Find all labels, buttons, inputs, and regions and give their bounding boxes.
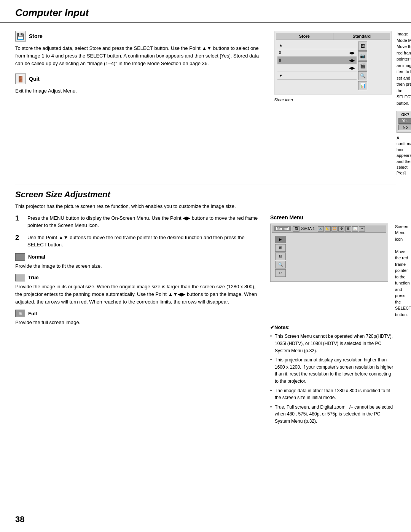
full-text: Provide the full screen image. — [15, 319, 259, 326]
quit-body-text: Exit the Image Adjust Menu. — [15, 87, 263, 95]
normal-icon — [15, 253, 25, 261]
screen-menu-items: ▶ ⊞ ⊟ 🔍 ↩ — [274, 234, 287, 278]
step-1: 1 Press the MENU button to display the O… — [15, 214, 259, 229]
quit-label: Quit — [29, 76, 40, 82]
store-icon-2: 📷 — [358, 51, 367, 61]
item-arrows: ◀▶ — [349, 66, 355, 70]
step-number-1: 1 — [15, 214, 24, 229]
store-section: 💾 Store To store the adjusted data, sele… — [15, 31, 396, 176]
store-icon-1: 🖼 — [358, 42, 367, 51]
screen-menu-diagram-wrapper: Normal 🖼 SVGA 1 🔊 📐 🔆 ⚙ 🖥 📊 ✏ — [270, 224, 388, 285]
section-divider — [15, 184, 396, 184]
store-icon-label: Store icon — [274, 97, 392, 102]
item-arrows: ◀▶ — [349, 51, 355, 55]
screen-menu-item-5: ↩ — [275, 269, 286, 277]
screen-menu-icon-label: Screen Menu icon — [395, 224, 408, 241]
smenu-icon-6: 📊 — [352, 226, 358, 232]
screen-menu-body: ▶ ⊞ ⊟ 🔍 ↩ — [272, 233, 386, 280]
store-icons-panel: 🖼 📷 🎬 🔍 📊 — [358, 42, 389, 91]
smenu-icon-5: 🖥 — [345, 226, 351, 232]
true-icon — [15, 274, 25, 281]
confirm-title: OK? — [398, 113, 411, 117]
note-item-2: This projector cannot display any resolu… — [270, 356, 396, 385]
quit-heading: 🚪 Quit — [15, 73, 263, 84]
page-title: Computer Input — [15, 7, 396, 19]
store-diagram-header: Store Standard — [276, 33, 390, 40]
item-num: 0 — [279, 51, 281, 55]
notes-title: ✔Notes: — [270, 324, 396, 331]
store-icon-3: 🎬 — [358, 61, 367, 70]
smenu-icons: 🔊 📐 🔆 ⚙ 🖥 📊 ✏ — [318, 226, 365, 232]
screen-menu-annotation-text: Move the red framepointer to the functio… — [395, 249, 411, 317]
item-arrows: ◀▶ — [349, 58, 355, 62]
no-button[interactable]: No — [398, 125, 411, 130]
standard-tab: Standard — [333, 33, 390, 40]
item-num: 8 — [279, 58, 281, 62]
smenu-svga: SVGA 1 — [301, 227, 315, 231]
notes-box: ✔Notes: This Screen Menu cannot be opera… — [270, 324, 396, 425]
full-icon-row: ⊞ Full — [15, 310, 259, 317]
down-arrow: ▼ — [279, 73, 283, 78]
list-item-selected: 8 ◀▶ — [277, 57, 357, 64]
smenu-icon-1: 🔊 — [318, 226, 324, 232]
store-label: Store — [29, 33, 43, 39]
note-item-1: This Screen Menu cannot be operated when… — [270, 333, 396, 354]
page-header: Computer Input — [0, 0, 411, 23]
col-right: Screen Menu Normal 🖼 SVGA 1 🔊 📐 🔆 — [270, 214, 396, 427]
store-icon-4: 🔍 — [358, 71, 367, 80]
store-list: ▲ 0 ◀▶ 8 ◀▶ — [277, 42, 357, 91]
store-diagram-box: Store Standard ▲ 0 ◀▶ — [274, 31, 392, 94]
screen-menu-item-1: ▶ — [275, 236, 286, 243]
yes-button[interactable]: Yes — [398, 118, 411, 124]
smenu-icon-7: ✏ — [359, 226, 365, 232]
step-text-2: Use the Point ▲▼ buttons to move the red… — [27, 234, 259, 249]
up-arrow: ▲ — [279, 43, 283, 47]
step-number-2: 2 — [15, 234, 24, 249]
col-left: 1 Press the MENU button to display the O… — [15, 214, 259, 427]
step-2: 2 Use the Point ▲▼ buttons to move the r… — [15, 234, 259, 249]
store-left: 💾 Store To store the adjusted data, sele… — [15, 31, 263, 176]
page-number: 38 — [15, 514, 24, 524]
smenu-icon-small: 🖼 — [293, 226, 299, 232]
store-tab: Store — [276, 33, 333, 40]
normal-label: Normal — [28, 254, 45, 260]
image-mode-annotation: Image Mode MenuMove the red framepointer… — [397, 31, 411, 106]
store-body-text: To store the adjusted data, select Store… — [15, 45, 263, 67]
list-item: ◀▶ — [277, 64, 357, 72]
true-subsection: True Provide the image in its original s… — [15, 274, 259, 306]
smenu-icon-4: ⚙ — [338, 226, 344, 232]
screen-size-intro: This projector has the picture screen re… — [15, 203, 396, 209]
screen-menu-top-bar: Normal 🖼 SVGA 1 🔊 📐 🔆 ⚙ 🖥 📊 ✏ — [272, 225, 386, 233]
confirm-box: OK? Yes No — [397, 111, 411, 133]
screen-size-title: Screen Size Adjustment — [15, 190, 396, 200]
store-icon-5: 📊 — [358, 81, 367, 90]
screen-menu-item-3: ⊟ — [275, 252, 286, 260]
screen-menu-wrapper: Normal 🖼 SVGA 1 🔊 📐 🔆 ⚙ 🖥 📊 ✏ — [270, 224, 396, 318]
normal-subsection: Normal Provide the image to fit the scre… — [15, 253, 259, 270]
full-icon: ⊞ — [15, 310, 25, 317]
screen-menu-item-4: 🔍 — [275, 261, 286, 268]
full-label: Full — [28, 311, 37, 316]
screen-menu-label: Screen Menu — [270, 214, 396, 220]
confirm-annotation: A confirmationbox appearsand then select… — [397, 135, 411, 176]
note-item-3: The image data in other than 1280 x 800 … — [270, 387, 396, 401]
list-item: 0 ◀▶ — [277, 49, 357, 57]
normal-text: Provide the image to fit the screen size… — [15, 262, 259, 270]
true-label: True — [28, 275, 38, 280]
smenu-icon-2: 📐 — [325, 226, 331, 232]
screen-menu-diagram: Normal 🖼 SVGA 1 🔊 📐 🔆 ⚙ 🖥 📊 ✏ — [270, 224, 388, 282]
list-item: ▲ — [277, 42, 357, 49]
store-diagram-full: Store Standard ▲ 0 ◀▶ — [274, 31, 396, 176]
normal-icon-row: Normal — [15, 253, 259, 261]
smenu-icon-3: 🔆 — [331, 226, 338, 232]
full-subsection: ⊞ Full Provide the full screen image. — [15, 310, 259, 326]
image-mode-text: Image Mode MenuMove the red framepointer… — [397, 32, 411, 105]
confirm-text: A confirmationbox appearsand then select… — [397, 136, 411, 175]
store-right: Store Standard ▲ 0 ◀▶ — [274, 31, 396, 176]
true-icon-row: True — [15, 274, 259, 281]
confirm-box-wrapper: Image Mode MenuMove the red framepointer… — [397, 31, 411, 176]
store-icon: 💾 — [15, 31, 26, 42]
true-text: Provide the image in its original size. … — [15, 283, 259, 306]
quit-icon: 🚪 — [15, 73, 26, 84]
store-diagram: Store Standard ▲ 0 ◀▶ — [274, 31, 392, 102]
